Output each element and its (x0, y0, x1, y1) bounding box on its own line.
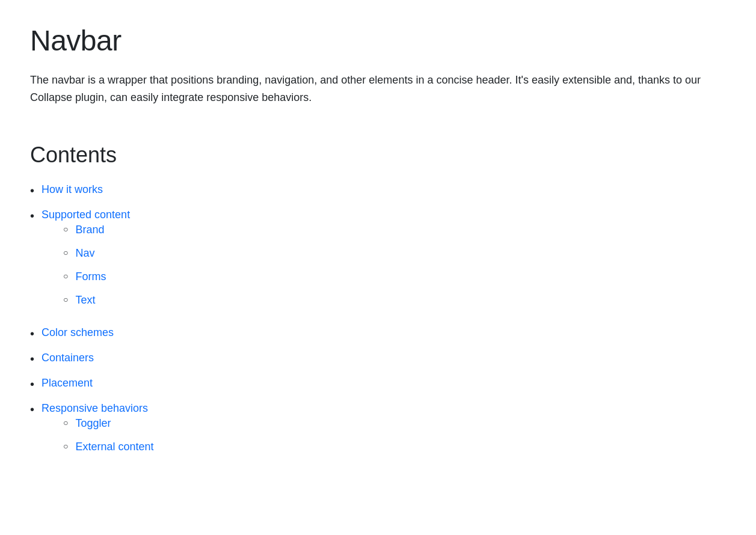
hollow-bullet-icon: ○ (63, 293, 68, 306)
sub-list-item: ○Text (41, 293, 726, 308)
bullet-icon: • (30, 350, 34, 367)
contents-link[interactable]: Placement (41, 377, 93, 389)
page-title: Navbar (30, 24, 726, 57)
sub-contents-link[interactable]: Forms (75, 269, 106, 284)
contents-link[interactable]: How it works (41, 183, 103, 195)
contents-item: •Containers (30, 350, 726, 367)
sub-list-item: ○Toggler (41, 416, 726, 431)
contents-link[interactable]: Responsive behaviors (41, 402, 148, 414)
contents-item: •Placement (30, 376, 726, 393)
sub-list-item: ○Forms (41, 269, 726, 284)
contents-list: •How it works•Supported content○Brand○Na… (30, 182, 726, 463)
bullet-icon: • (30, 207, 34, 224)
contents-link[interactable]: Color schemes (41, 326, 114, 338)
sub-contents-link[interactable]: External content (75, 439, 153, 454)
sub-contents-link[interactable]: Text (75, 293, 95, 308)
bullet-icon: • (30, 325, 34, 342)
hollow-bullet-icon: ○ (63, 416, 68, 429)
bullet-icon: • (30, 401, 34, 418)
contents-link[interactable]: Containers (41, 352, 94, 364)
sub-list: ○Brand○Nav○Forms○Text (41, 222, 726, 308)
sub-list: ○Toggler○External content (41, 416, 726, 454)
contents-link[interactable]: Supported content (41, 209, 130, 221)
contents-item: •How it works (30, 182, 726, 199)
contents-item: •Color schemes (30, 325, 726, 342)
sub-list-item: ○External content (41, 439, 726, 454)
hollow-bullet-icon: ○ (63, 439, 68, 453)
contents-item: •Responsive behaviors○Toggler○External c… (30, 401, 726, 463)
bullet-icon: • (30, 376, 34, 393)
contents-heading: Contents (30, 142, 726, 168)
page-description: The navbar is a wrapper that positions b… (30, 72, 722, 106)
sub-list-item: ○Nav (41, 246, 726, 261)
bullet-icon: • (30, 182, 34, 199)
sub-contents-link[interactable]: Brand (75, 222, 104, 237)
hollow-bullet-icon: ○ (63, 222, 68, 236)
hollow-bullet-icon: ○ (63, 246, 68, 259)
sub-list-item: ○Brand (41, 222, 726, 237)
sub-contents-link[interactable]: Toggler (75, 416, 111, 431)
hollow-bullet-icon: ○ (63, 269, 68, 283)
contents-item: •Supported content○Brand○Nav○Forms○Text (30, 207, 726, 317)
sub-contents-link[interactable]: Nav (75, 246, 94, 261)
